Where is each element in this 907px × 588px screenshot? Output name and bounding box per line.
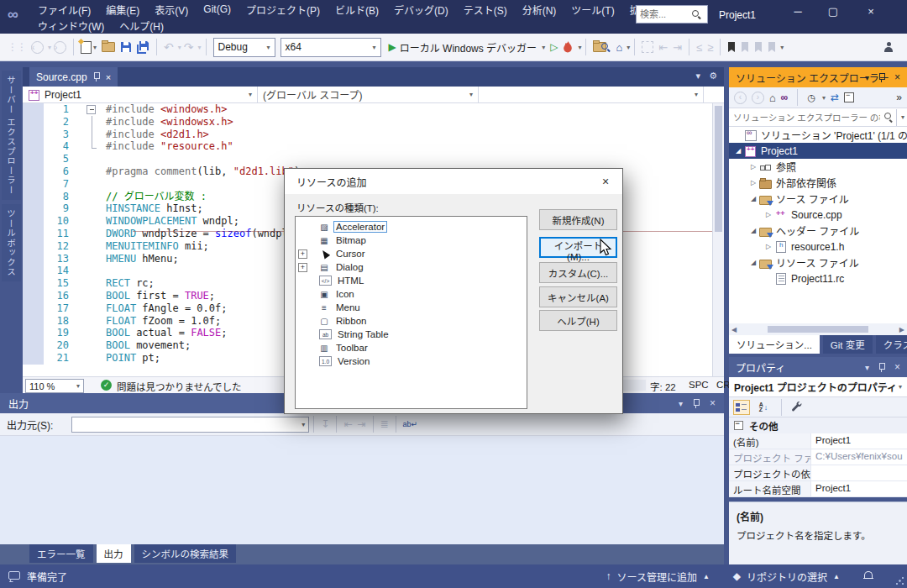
expand-box-icon[interactable]: + <box>298 263 307 272</box>
search-icon[interactable] <box>884 113 894 122</box>
toggle-bookmark-icon[interactable] <box>727 42 736 53</box>
breakpoint-margin[interactable] <box>23 116 44 129</box>
code-text[interactable]: #pragma comment(lib, "d2d1.lib") <box>106 165 300 178</box>
breakpoint-margin[interactable] <box>23 240 44 253</box>
menu-item[interactable]: ヘルプ(H) <box>112 17 171 34</box>
property-value[interactable]: C:¥Users¥fenix¥sou <box>811 449 907 465</box>
close-button[interactable]: × <box>853 0 889 24</box>
save-icon[interactable] <box>120 41 132 53</box>
output-source-combo[interactable]: ▾ <box>71 417 309 433</box>
breakpoint-margin[interactable] <box>23 165 44 178</box>
menu-item[interactable]: ビルド(B) <box>328 1 386 18</box>
panel-tab[interactable]: ソリューション... <box>729 335 820 354</box>
search-icon[interactable] <box>692 10 701 19</box>
save-all-icon[interactable] <box>137 41 149 54</box>
close-icon[interactable]: × <box>894 71 900 83</box>
tree-item[interactable]: ◢ソース ファイル <box>729 191 907 207</box>
breakpoint-margin[interactable] <box>23 153 44 165</box>
scrollbar-thumb[interactable] <box>768 326 868 333</box>
editor-vertical-scrollbar[interactable] <box>712 103 724 376</box>
solution-explorer-sync-icon[interactable]: ⌂ <box>616 41 622 54</box>
code-text[interactable]: #include <d2d1.h> <box>106 129 209 141</box>
property-row[interactable]: プロジェクト ファイC:¥Users¥fenix¥sou <box>729 449 907 465</box>
breakpoint-margin[interactable] <box>23 228 44 240</box>
solution-configuration-combo[interactable]: Debug▾ <box>213 38 275 57</box>
dialog-button[interactable]: キャンセル(A) <box>539 286 617 307</box>
pin-icon[interactable] <box>878 363 885 372</box>
dialog-title-bar[interactable]: リソースの追加 <box>285 169 622 194</box>
breakpoint-margin[interactable] <box>23 290 44 302</box>
alphabetical-sort-icon[interactable]: AZ↓ <box>755 400 772 415</box>
window-position-dropdown-icon[interactable]: ▾ <box>865 363 869 372</box>
tree-item[interactable]: ▷外部依存関係 <box>729 175 907 191</box>
resource-type-item[interactable]: ▦Bitmap <box>296 234 527 247</box>
resize-grip[interactable] <box>895 576 904 585</box>
output-content[interactable] <box>0 436 724 544</box>
editor-options-gear-icon[interactable]: ⚙ <box>709 71 717 81</box>
tree-item[interactable]: ▷参照 <box>729 159 907 175</box>
tree-open-arrow-icon[interactable]: ◢ <box>747 259 759 266</box>
resource-type-item[interactable]: ▨Accelerator <box>296 220 527 234</box>
bookmark-dropdown-icon[interactable]: ▾ <box>780 44 784 51</box>
window-position-dropdown-icon[interactable]: ▾ <box>679 399 683 408</box>
breakpoint-margin[interactable] <box>23 265 44 277</box>
hot-reload-dropdown-icon[interactable]: ▾ <box>578 44 581 51</box>
property-value[interactable]: Project1 <box>811 433 907 449</box>
filter-dropdown-icon[interactable]: ▾ <box>822 94 826 102</box>
close-icon[interactable]: × <box>710 397 716 409</box>
solution-explorer-search[interactable]: ▾ <box>729 108 907 127</box>
notifications-bell-icon[interactable] <box>863 571 873 581</box>
menu-item[interactable]: 編集(E) <box>98 1 147 18</box>
pending-changes-filter-icon[interactable]: ◷ <box>807 92 815 103</box>
tree-open-arrow-icon[interactable]: ◢ <box>747 227 759 234</box>
panel-tab[interactable]: シンボルの検索結果 <box>134 544 237 563</box>
tree-item[interactable]: Project11.rc <box>729 270 907 286</box>
editor-tab-source-cpp[interactable]: Source.cpp × <box>29 67 118 87</box>
panel-tab[interactable]: エラー一覧 <box>29 544 93 563</box>
add-to-source-dropdown-icon[interactable]: ▲ <box>703 573 710 580</box>
breakpoint-margin[interactable] <box>23 140 44 153</box>
find-in-files-icon[interactable] <box>593 42 611 52</box>
code-line[interactable]: 1#include <windows.h> <box>23 103 712 116</box>
property-row[interactable]: プロジェクトの依存 <box>729 465 907 481</box>
tree-closed-arrow-icon[interactable]: ▷ <box>763 243 774 250</box>
breakpoint-margin[interactable] <box>23 352 44 365</box>
sync-dropdown-icon[interactable]: ▾ <box>627 44 630 51</box>
pin-icon[interactable] <box>93 72 100 81</box>
window-position-dropdown-icon[interactable]: ▾ <box>865 73 869 82</box>
property-value[interactable]: Project1 <box>811 481 907 496</box>
menu-item[interactable]: ウィンドウ(W) <box>30 17 112 34</box>
expand-box-icon[interactable]: + <box>298 249 307 259</box>
property-row[interactable]: (名前)Project1 <box>729 433 907 449</box>
code-text[interactable]: POINT pt; <box>106 352 160 365</box>
panel-tab[interactable]: 出力 <box>97 544 131 563</box>
toolbar-grip[interactable]: ⋮⋮ <box>8 41 26 53</box>
resource-type-item[interactable]: abString Table <box>296 328 527 341</box>
breakpoint-margin[interactable] <box>23 191 44 203</box>
breakpoint-margin[interactable] <box>23 103 44 116</box>
code-text[interactable]: MENUITEMINFO mii; <box>106 240 209 253</box>
menu-item[interactable]: Git(G) <box>196 2 239 17</box>
code-text[interactable]: HMENU hMenu; <box>106 253 179 265</box>
pin-icon[interactable] <box>878 73 885 82</box>
tree-closed-arrow-icon[interactable]: ▷ <box>763 211 774 218</box>
tree-closed-arrow-icon[interactable]: ▷ <box>747 179 759 186</box>
properties-panel-header[interactable]: プロパティ ▾ × <box>729 357 907 377</box>
tree-item[interactable]: ソリューション 'Project1' (1/1 のプロ <box>729 127 907 143</box>
code-line[interactable]: 3#include <d2d1.h> <box>23 129 712 141</box>
column-indicator[interactable]: 字: 22 <box>650 380 676 393</box>
dialog-button[interactable]: ヘルプ(H) <box>539 310 617 331</box>
code-text[interactable]: WINDOWPLACEMENT wndpl; <box>106 215 239 228</box>
close-icon[interactable]: × <box>894 361 900 373</box>
start-debugging-button[interactable]: ▶ ローカル Windows デバッガー ▾ <box>389 40 546 55</box>
word-wrap-icon[interactable]: ab↵ <box>403 420 418 428</box>
collapse-all-icon[interactable] <box>844 92 854 102</box>
breakpoint-margin[interactable] <box>23 302 44 315</box>
breakpoint-margin[interactable] <box>23 315 44 328</box>
open-file-icon[interactable] <box>102 42 115 52</box>
properties-object-combo[interactable]: Project1 プロジェクトのプロパティ▾ <box>729 377 907 397</box>
navigate-forward-icon[interactable]: › <box>54 41 66 54</box>
search-options-dropdown-icon[interactable]: ▾ <box>901 113 904 121</box>
member-scope-combo[interactable]: ▾ <box>479 87 704 102</box>
code-line[interactable]: 5 <box>23 153 712 165</box>
